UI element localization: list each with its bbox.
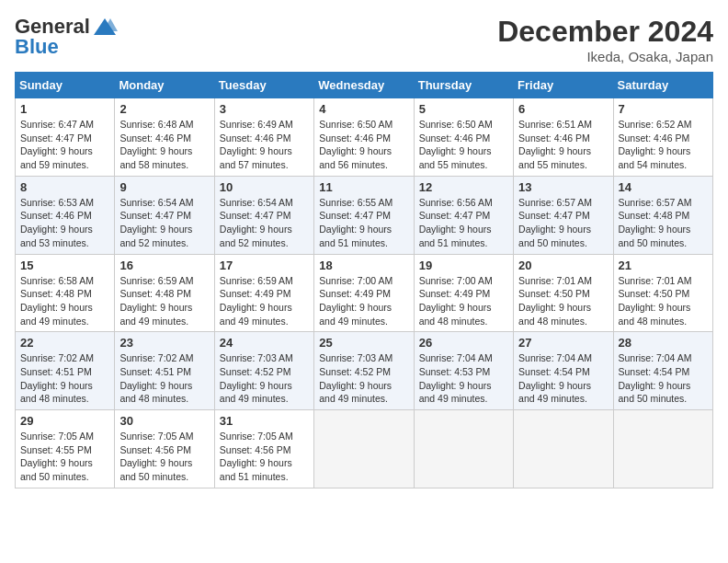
calendar-week-row: 1Sunrise: 6:47 AMSunset: 4:47 PMDaylight…	[16, 98, 713, 177]
day-number: 15	[20, 259, 109, 272]
day-info: Sunrise: 6:50 AMSunset: 4:46 PMDaylight:…	[319, 118, 408, 172]
calendar-cell: 27Sunrise: 7:04 AMSunset: 4:54 PMDayligh…	[514, 332, 613, 410]
calendar-cell: 9Sunrise: 6:54 AMSunset: 4:47 PMDaylight…	[115, 176, 214, 254]
day-info: Sunrise: 7:01 AMSunset: 4:50 PMDaylight:…	[518, 274, 608, 328]
calendar-cell: 16Sunrise: 6:59 AMSunset: 4:48 PMDayligh…	[115, 254, 214, 332]
day-header-wednesday: Wednesday	[314, 73, 414, 98]
day-info: Sunrise: 6:57 AMSunset: 4:47 PMDaylight:…	[518, 196, 608, 250]
calendar-cell: 22Sunrise: 7:02 AMSunset: 4:51 PMDayligh…	[16, 332, 115, 410]
day-number: 31	[220, 414, 309, 428]
day-number: 25	[319, 336, 408, 350]
calendar-cell	[514, 410, 613, 488]
day-info: Sunrise: 7:01 AMSunset: 4:50 PMDaylight:…	[619, 274, 708, 328]
calendar-cell: 20Sunrise: 7:01 AMSunset: 4:50 PMDayligh…	[514, 254, 613, 332]
day-info: Sunrise: 7:04 AMSunset: 4:53 PMDaylight:…	[419, 351, 508, 406]
day-number: 23	[119, 336, 209, 350]
day-info: Sunrise: 7:03 AMSunset: 4:52 PMDaylight:…	[319, 351, 408, 406]
calendar-cell: 21Sunrise: 7:01 AMSunset: 4:50 PMDayligh…	[613, 254, 712, 332]
calendar-cell: 15Sunrise: 6:58 AMSunset: 4:48 PMDayligh…	[16, 254, 115, 332]
calendar-cell: 19Sunrise: 7:00 AMSunset: 4:49 PMDayligh…	[414, 254, 513, 332]
day-info: Sunrise: 7:05 AMSunset: 4:56 PMDaylight:…	[220, 430, 309, 484]
day-info: Sunrise: 6:50 AMSunset: 4:46 PMDaylight:…	[419, 118, 508, 172]
day-number: 2	[119, 102, 209, 116]
day-header-thursday: Thursday	[414, 73, 513, 98]
title-block: December 2024 Ikeda, Osaka, Japan	[497, 15, 713, 64]
day-number: 14	[619, 180, 708, 194]
day-header-friday: Friday	[514, 73, 613, 98]
calendar-table: SundayMondayTuesdayWednesdayThursdayFrid…	[15, 72, 713, 488]
day-info: Sunrise: 6:49 AMSunset: 4:46 PMDaylight:…	[220, 118, 309, 172]
day-number: 17	[220, 259, 309, 272]
day-number: 26	[419, 336, 508, 350]
calendar-cell	[613, 410, 712, 488]
day-number: 20	[518, 259, 608, 272]
day-number: 29	[20, 414, 109, 428]
calendar-cell: 6Sunrise: 6:51 AMSunset: 4:46 PMDaylight…	[514, 98, 613, 177]
calendar-cell: 13Sunrise: 6:57 AMSunset: 4:47 PMDayligh…	[514, 176, 613, 254]
calendar-week-row: 29Sunrise: 7:05 AMSunset: 4:55 PMDayligh…	[16, 410, 713, 488]
day-number: 7	[619, 102, 708, 116]
day-info: Sunrise: 6:47 AMSunset: 4:47 PMDaylight:…	[20, 118, 109, 172]
day-number: 19	[419, 259, 508, 272]
calendar-cell: 14Sunrise: 6:57 AMSunset: 4:48 PMDayligh…	[613, 176, 712, 254]
day-info: Sunrise: 7:03 AMSunset: 4:52 PMDaylight:…	[220, 351, 309, 406]
day-number: 3	[220, 102, 309, 116]
location: Ikeda, Osaka, Japan	[497, 49, 713, 64]
day-number: 30	[119, 414, 209, 428]
calendar-cell: 31Sunrise: 7:05 AMSunset: 4:56 PMDayligh…	[214, 410, 313, 488]
day-number: 28	[619, 336, 708, 350]
day-info: Sunrise: 6:52 AMSunset: 4:46 PMDaylight:…	[619, 118, 708, 172]
calendar-week-row: 22Sunrise: 7:02 AMSunset: 4:51 PMDayligh…	[16, 332, 713, 410]
day-number: 1	[20, 102, 109, 116]
calendar-cell: 17Sunrise: 6:59 AMSunset: 4:49 PMDayligh…	[214, 254, 313, 332]
day-header-sunday: Sunday	[16, 73, 115, 98]
calendar-cell: 1Sunrise: 6:47 AMSunset: 4:47 PMDaylight…	[16, 98, 115, 177]
day-number: 21	[619, 259, 708, 272]
day-info: Sunrise: 6:59 AMSunset: 4:48 PMDaylight:…	[119, 274, 209, 328]
day-info: Sunrise: 7:04 AMSunset: 4:54 PMDaylight:…	[619, 351, 708, 406]
day-number: 16	[119, 259, 209, 272]
calendar-cell: 24Sunrise: 7:03 AMSunset: 4:52 PMDayligh…	[214, 332, 313, 410]
logo: General Blue	[15, 15, 118, 59]
day-number: 8	[20, 180, 109, 194]
month-title: December 2024	[497, 15, 713, 49]
day-info: Sunrise: 6:57 AMSunset: 4:48 PMDaylight:…	[619, 196, 708, 250]
day-info: Sunrise: 6:51 AMSunset: 4:46 PMDaylight:…	[518, 118, 608, 172]
calendar-cell: 28Sunrise: 7:04 AMSunset: 4:54 PMDayligh…	[613, 332, 712, 410]
day-info: Sunrise: 6:59 AMSunset: 4:49 PMDaylight:…	[220, 274, 309, 328]
day-info: Sunrise: 6:48 AMSunset: 4:46 PMDaylight:…	[119, 118, 209, 172]
day-info: Sunrise: 7:05 AMSunset: 4:56 PMDaylight:…	[119, 430, 209, 484]
day-info: Sunrise: 7:05 AMSunset: 4:55 PMDaylight:…	[20, 430, 109, 484]
day-number: 24	[220, 336, 309, 350]
day-info: Sunrise: 7:04 AMSunset: 4:54 PMDaylight:…	[518, 351, 608, 406]
day-number: 4	[319, 102, 408, 116]
day-number: 27	[518, 336, 608, 350]
calendar-week-row: 15Sunrise: 6:58 AMSunset: 4:48 PMDayligh…	[16, 254, 713, 332]
day-number: 12	[419, 180, 508, 194]
day-info: Sunrise: 7:00 AMSunset: 4:49 PMDaylight:…	[319, 274, 408, 328]
day-number: 5	[419, 102, 508, 116]
day-info: Sunrise: 6:56 AMSunset: 4:47 PMDaylight:…	[419, 196, 508, 250]
calendar-cell: 23Sunrise: 7:02 AMSunset: 4:51 PMDayligh…	[115, 332, 214, 410]
calendar-cell: 11Sunrise: 6:55 AMSunset: 4:47 PMDayligh…	[314, 176, 414, 254]
day-number: 10	[220, 180, 309, 194]
day-header-monday: Monday	[115, 73, 214, 98]
day-info: Sunrise: 7:02 AMSunset: 4:51 PMDaylight:…	[119, 351, 209, 406]
calendar-cell: 12Sunrise: 6:56 AMSunset: 4:47 PMDayligh…	[414, 176, 513, 254]
day-info: Sunrise: 6:54 AMSunset: 4:47 PMDaylight:…	[119, 196, 209, 250]
day-number: 18	[319, 259, 408, 272]
calendar-cell: 26Sunrise: 7:04 AMSunset: 4:53 PMDayligh…	[414, 332, 513, 410]
calendar-cell: 25Sunrise: 7:03 AMSunset: 4:52 PMDayligh…	[314, 332, 414, 410]
day-number: 6	[518, 102, 608, 116]
day-number: 22	[20, 336, 109, 350]
day-info: Sunrise: 6:53 AMSunset: 4:46 PMDaylight:…	[20, 196, 109, 250]
calendar-header-row: SundayMondayTuesdayWednesdayThursdayFrid…	[16, 73, 713, 98]
calendar-cell: 8Sunrise: 6:53 AMSunset: 4:46 PMDaylight…	[16, 176, 115, 254]
day-info: Sunrise: 6:55 AMSunset: 4:47 PMDaylight:…	[319, 196, 408, 250]
day-info: Sunrise: 6:54 AMSunset: 4:47 PMDaylight:…	[220, 196, 309, 250]
logo-blue-text: Blue	[15, 35, 59, 59]
day-number: 13	[518, 180, 608, 194]
day-header-saturday: Saturday	[613, 73, 712, 98]
calendar-cell	[314, 410, 414, 488]
calendar-cell: 18Sunrise: 7:00 AMSunset: 4:49 PMDayligh…	[314, 254, 414, 332]
